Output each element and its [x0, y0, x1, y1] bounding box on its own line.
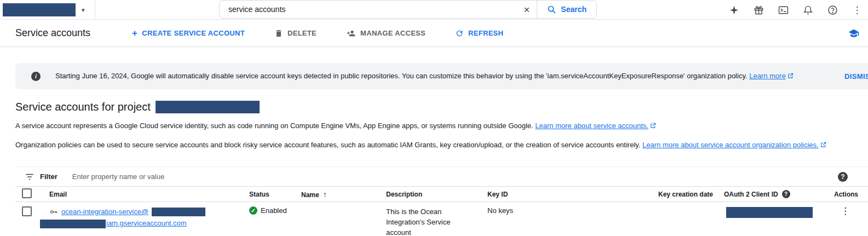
row-actions-menu-icon[interactable]: ⋮	[834, 206, 850, 216]
external-link-icon	[650, 122, 656, 130]
cell-oauth-client-id	[724, 206, 831, 218]
person-add-icon	[346, 29, 356, 38]
cloud-shell-icon[interactable]	[778, 4, 789, 15]
service-account-email-link[interactable]: ocean-integration-service@	[61, 206, 148, 217]
learning-panel-icon[interactable]	[848, 28, 859, 39]
help-icon[interactable]	[827, 4, 838, 15]
row-checkbox[interactable]	[22, 206, 32, 216]
redacted-email-part	[152, 208, 205, 216]
header-name-label: Name	[301, 191, 319, 199]
header-email[interactable]: Email	[40, 191, 249, 198]
header-actions: Actions	[831, 191, 867, 198]
service-accounts-table: Filter ? Email Status Name↑ Description …	[15, 166, 868, 236]
redacted-email-part	[40, 220, 106, 228]
search-button[interactable]: Search	[537, 5, 596, 14]
banner-message-text: Starting June 16, 2024, Google will auto…	[55, 72, 748, 80]
description-text: This is the Ocean Integration's Service …	[386, 206, 460, 236]
search-icon	[547, 5, 556, 14]
page-title: Service accounts	[15, 27, 90, 39]
info-icon: i	[31, 72, 41, 81]
status-enabled-icon: ✓	[249, 206, 257, 215]
header-description[interactable]: Description	[386, 191, 487, 198]
header-status[interactable]: Status	[249, 191, 301, 198]
topbar-icons: ⋮	[728, 0, 863, 20]
oauth-help-icon[interactable]: ?	[782, 190, 790, 198]
service-account-key-icon	[49, 208, 58, 216]
filter-icon	[25, 172, 35, 182]
search-input[interactable]	[220, 5, 516, 14]
banner-learn-more-link[interactable]: Learn more	[749, 72, 785, 80]
redacted-project-id	[156, 101, 260, 113]
row-checkbox-cell	[15, 206, 40, 218]
filter-help-icon[interactable]: ?	[838, 172, 848, 182]
filter-label: Filter	[40, 172, 58, 181]
cell-key-id: No keys	[487, 206, 658, 215]
header-name[interactable]: Name↑	[301, 190, 386, 199]
chevron-down-icon: ▾	[82, 7, 85, 14]
table-row: ocean-integration-service@ iam.gservicea…	[15, 202, 868, 236]
delete-button[interactable]: DELETE	[271, 28, 320, 38]
cell-description: This is the Ocean Integration's Service …	[386, 206, 487, 236]
external-link-icon	[820, 141, 826, 149]
header-key-id[interactable]: Key ID	[487, 191, 658, 198]
redacted-oauth-client-id	[726, 207, 813, 218]
service-account-email-link[interactable]: iam.gserviceaccount.com	[106, 219, 187, 227]
plus-icon: +	[132, 28, 137, 38]
external-link-icon	[787, 72, 794, 80]
search-bar: × Search	[219, 0, 597, 19]
refresh-label: REFRESH	[468, 29, 503, 37]
more-vertical-icon[interactable]: ⋮	[852, 4, 863, 15]
dismiss-button[interactable]: DISMISS	[841, 72, 868, 81]
info-banner: i Starting June 16, 2024, Google will au…	[15, 63, 868, 89]
intro-2-text: Organization policies can be used to sec…	[15, 141, 640, 149]
topbar: ▾ × Search	[0, 0, 868, 20]
project-selector[interactable]: ▾	[0, 0, 95, 20]
notifications-bell-icon[interactable]	[802, 4, 813, 15]
header-checkbox-cell	[15, 188, 40, 200]
header-oauth-client-id[interactable]: OAuth 2 Client ID ?	[724, 190, 831, 198]
cell-status: ✓ Enabled	[249, 206, 301, 215]
header-oauth-label: OAuth 2 Client ID	[724, 191, 778, 198]
cell-email: ocean-integration-service@ iam.gservicea…	[40, 206, 249, 228]
redacted-project-name	[3, 3, 76, 16]
clear-search-icon[interactable]: ×	[516, 4, 537, 15]
refresh-button[interactable]: REFRESH	[452, 28, 507, 38]
email-line-1: ocean-integration-service@	[40, 206, 249, 217]
manage-access-button[interactable]: MANAGE ACCESS	[343, 28, 429, 38]
page-toolbar: Service accounts + CREATE SERVICE ACCOUN…	[0, 20, 868, 47]
status-text: Enabled	[261, 206, 287, 215]
create-service-account-button[interactable]: + CREATE SERVICE ACCOUNT	[129, 28, 248, 38]
refresh-icon	[455, 29, 464, 38]
search-button-label: Search	[561, 5, 587, 14]
banner-message: Starting June 16, 2024, Google will auto…	[55, 72, 794, 80]
section-heading: Service accounts for project	[15, 101, 868, 113]
intro-paragraph-1: A service account represents a Google Cl…	[15, 122, 868, 130]
learn-more-org-policies-link[interactable]: Learn more about service account organiz…	[642, 141, 819, 149]
select-all-checkbox[interactable]	[22, 188, 32, 198]
sort-ascending-icon[interactable]: ↑	[323, 190, 327, 199]
delete-label: DELETE	[288, 29, 317, 37]
filter-input[interactable]	[71, 172, 674, 181]
header-key-creation-date[interactable]: Key creation date	[658, 191, 724, 198]
intro-1-text: A service account represents a Google Cl…	[15, 122, 533, 130]
cell-actions: ⋮	[831, 206, 867, 216]
filter-bar: Filter ?	[15, 166, 868, 186]
trash-icon	[274, 29, 283, 38]
create-service-account-label: CREATE SERVICE ACCOUNT	[142, 29, 245, 37]
manage-access-label: MANAGE ACCESS	[360, 29, 426, 37]
learn-more-service-accounts-link[interactable]: Learn more about service accounts.	[535, 122, 648, 130]
table-header-row: Email Status Name↑ Description Key ID Ke…	[15, 186, 868, 202]
email-line-2: iam.gserviceaccount.com	[40, 218, 249, 228]
gift-icon[interactable]	[753, 4, 764, 15]
section-heading-text: Service accounts for project	[15, 101, 151, 113]
intro-paragraph-2: Organization policies can be used to sec…	[15, 141, 868, 149]
gemini-sparkle-icon[interactable]	[728, 4, 739, 15]
